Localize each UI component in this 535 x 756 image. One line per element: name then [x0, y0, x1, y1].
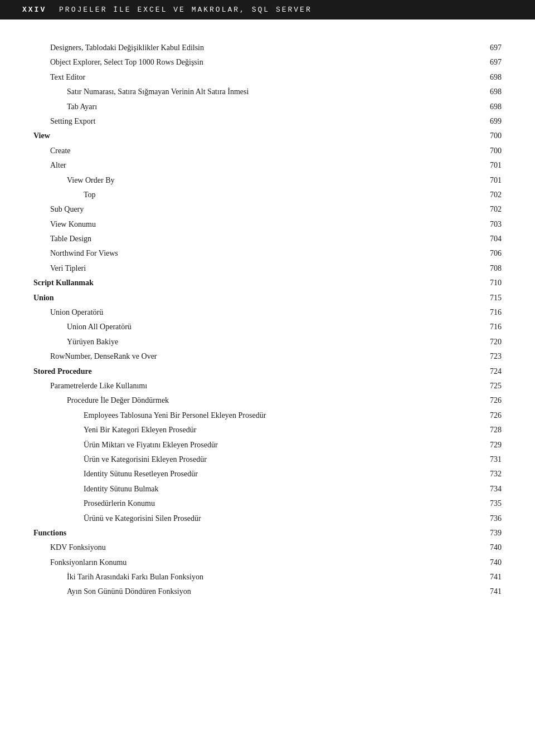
toc-entry: Northwind For Views706	[33, 247, 502, 260]
page-number: 720	[474, 336, 502, 348]
entry-text: Ürün ve Kategorisini Ekleyen Prosedür	[33, 453, 474, 466]
toc-entry: Designers, Tablodaki Değişiklikler Kabul…	[33, 42, 502, 54]
page-number: 734	[474, 483, 502, 495]
entry-text: Employees Tablosuna Yeni Bir Personel Ek…	[33, 409, 474, 422]
entry-text: Veri Tipleri	[33, 262, 474, 275]
page-number: 700	[474, 145, 502, 157]
toc-content: Designers, Tablodaki Değişiklikler Kabul…	[0, 19, 535, 623]
entry-text: Stored Procedure	[33, 365, 474, 378]
page-number: 739	[474, 527, 502, 539]
page-number: 728	[474, 424, 502, 436]
page-number: 726	[474, 394, 502, 407]
toc-entry: Tab Ayarı698	[33, 101, 502, 113]
entry-text: Ayın Son Gününü Döndüren Fonksiyon	[33, 586, 474, 598]
entry-text: Setting Export	[33, 115, 474, 128]
entry-text: View Konumu	[33, 218, 474, 231]
toc-entry: Prosedürlerin Konumu735	[33, 498, 502, 510]
entry-text: Fonksiyonların Konumu	[33, 557, 474, 569]
toc-entry: Procedure İle Değer Döndürmek726	[33, 394, 502, 407]
entry-text: Union Operatörü	[33, 306, 474, 319]
toc-entry: View Konumu703	[33, 218, 502, 231]
entry-text: Prosedürlerin Konumu	[33, 498, 474, 510]
toc-entry: View Order By701	[33, 174, 502, 187]
toc-entry: Union Operatörü716	[33, 306, 502, 319]
page-number: 716	[474, 321, 502, 333]
page-number: 741	[474, 586, 502, 598]
toc-entry: Yürüyen Bakiye720	[33, 336, 502, 348]
page-header: XXIV PROJELER İLE EXCEL VE MAKROLAR, SQL…	[0, 0, 535, 19]
toc-entry: RowNumber, DenseRank ve Over723	[33, 350, 502, 363]
toc-entry: İki Tarih Arasındaki Farkı Bulan Fonksiy…	[33, 571, 502, 583]
toc-entry: View700	[33, 130, 502, 142]
toc-entry: Script Kullanmak710	[33, 277, 502, 289]
entry-text: Top	[33, 189, 474, 201]
toc-entry: Ürün Miktarı ve Fiyatını Ekleyen Prosedü…	[33, 439, 502, 451]
entry-text: Northwind For Views	[33, 247, 474, 260]
entry-text: Create	[33, 145, 474, 157]
toc-entry: Stored Procedure724	[33, 365, 502, 378]
toc-entry: Parametrelerde Like Kullanımı725	[33, 380, 502, 392]
page-number: 706	[474, 247, 502, 260]
entry-text: Table Design	[33, 233, 474, 245]
entry-text: Ürünü ve Kategorisini Silen Prosedür	[33, 513, 474, 525]
page-number: 726	[474, 409, 502, 422]
page-number: 710	[474, 277, 502, 289]
toc-entry: Setting Export699	[33, 115, 502, 128]
toc-entry: Ürün ve Kategorisini Ekleyen Prosedür731	[33, 453, 502, 466]
page-number: 741	[474, 571, 502, 583]
entry-text: İki Tarih Arasındaki Farkı Bulan Fonksiy…	[33, 571, 474, 583]
entry-text: View Order By	[33, 174, 474, 187]
toc-entry: Union715	[33, 292, 502, 304]
page-number: 723	[474, 350, 502, 363]
toc-entry: Sub Query702	[33, 203, 502, 216]
toc-entry: Ayın Son Gününü Döndüren Fonksiyon741	[33, 586, 502, 598]
page-number: 725	[474, 380, 502, 392]
toc-entry: Satır Numarası, Satıra Sığmayan Verinin …	[33, 86, 502, 98]
page-number: 731	[474, 453, 502, 466]
entry-text: KDV Fonksiyonu	[33, 542, 474, 554]
page-number: 697	[474, 56, 502, 69]
toc-entry: Functions739	[33, 527, 502, 539]
toc-entry: Identity Sütunu Resetleyen Prosedür732	[33, 468, 502, 480]
entry-text: Procedure İle Değer Döndürmek	[33, 394, 474, 407]
toc-entry: Fonksiyonların Konumu740	[33, 557, 502, 569]
entry-text: Ürün Miktarı ve Fiyatını Ekleyen Prosedü…	[33, 439, 474, 451]
entry-text: Functions	[33, 527, 474, 539]
entry-text: Object Explorer, Select Top 1000 Rows De…	[33, 56, 474, 69]
entry-text: RowNumber, DenseRank ve Over	[33, 350, 474, 363]
toc-entry: Union All Operatörü716	[33, 321, 502, 333]
entry-text: Tab Ayarı	[33, 101, 474, 113]
entry-text: Designers, Tablodaki Değişiklikler Kabul…	[33, 42, 474, 54]
page-number: 735	[474, 498, 502, 510]
toc-entry: Text Editor698	[33, 71, 502, 84]
page-number: 702	[474, 189, 502, 201]
page-number: 716	[474, 306, 502, 319]
page-number: 701	[474, 159, 502, 172]
page-number: 698	[474, 71, 502, 84]
entry-text: Identity Sütunu Resetleyen Prosedür	[33, 468, 474, 480]
page-number: 740	[474, 542, 502, 554]
entry-text: Identity Sütunu Bulmak	[33, 483, 474, 495]
entry-text: Alter	[33, 159, 474, 172]
toc-entry: Employees Tablosuna Yeni Bir Personel Ek…	[33, 409, 502, 422]
page-number: 729	[474, 439, 502, 451]
page-number: 736	[474, 513, 502, 525]
chapter-number: XXIV	[22, 6, 46, 14]
toc-entry: Identity Sütunu Bulmak734	[33, 483, 502, 495]
toc-entry: Create700	[33, 145, 502, 157]
toc-entry: Top702	[33, 189, 502, 201]
page-number: 698	[474, 86, 502, 98]
toc-entry: Alter701	[33, 159, 502, 172]
toc-list: Designers, Tablodaki Değişiklikler Kabul…	[33, 42, 502, 598]
toc-entry: Veri Tipleri708	[33, 262, 502, 275]
toc-entry: Object Explorer, Select Top 1000 Rows De…	[33, 56, 502, 69]
page-number: 704	[474, 233, 502, 245]
entry-text: Union	[33, 292, 474, 304]
entry-text: Union All Operatörü	[33, 321, 474, 333]
page-number: 740	[474, 557, 502, 569]
page-number: 697	[474, 42, 502, 54]
entry-text: Parametrelerde Like Kullanımı	[33, 380, 474, 392]
entry-text: Script Kullanmak	[33, 277, 474, 289]
page-number: 715	[474, 292, 502, 304]
toc-entry: Table Design704	[33, 233, 502, 245]
